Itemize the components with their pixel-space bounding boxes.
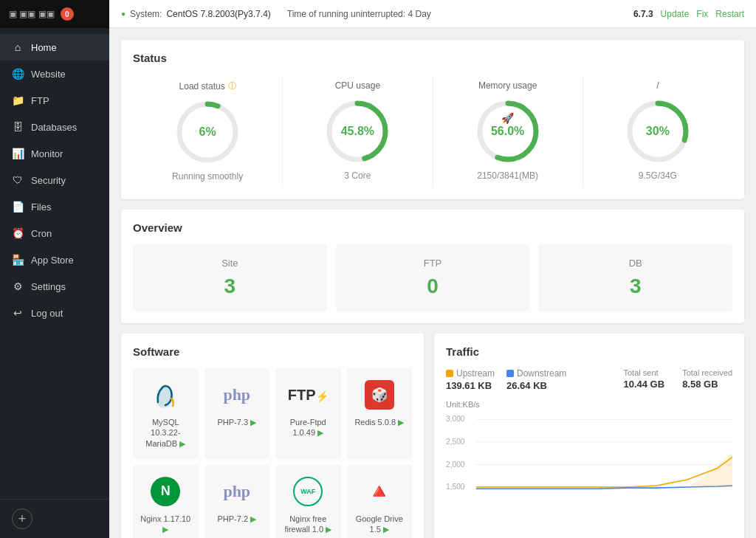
software-item-redis[interactable]: 🎲 Redis 5.0.8 ▶ xyxy=(347,368,413,459)
sidebar-label-settings: Settings xyxy=(31,281,66,292)
status-card: Status Load statusⓘ 6% Running smoothly … xyxy=(121,40,744,199)
fix-link[interactable]: Fix xyxy=(696,9,708,19)
version-number: 6.7.3 xyxy=(633,9,653,19)
software-item-mysql[interactable]: MySQL 10.3.22-MariaDB ▶ xyxy=(133,368,199,459)
software-name-gdrive: Google Drive 1.5 ▶ xyxy=(353,514,407,535)
software-card: Software MySQL 10.3.22-MariaDB ▶ php PHP… xyxy=(121,334,424,538)
waf-circle: WAF xyxy=(293,477,323,506)
overview-label-2: DB xyxy=(629,258,642,269)
software-name-php72: PHP-7.2 ▶ xyxy=(217,514,256,524)
overview-item-db: DB 3 xyxy=(538,244,732,311)
traffic-totals: Total sent 10.44 GB Total received 8.58 … xyxy=(623,368,732,391)
software-item-ftpd[interactable]: FTP⚡ Pure-Ftpd 1.0.49 ▶ xyxy=(275,368,341,459)
software-icon-php73: php xyxy=(221,379,253,411)
overview-title: Overview xyxy=(133,221,732,234)
status-sub-0: Running smoothly xyxy=(172,171,243,182)
overview-grid: Site 3 FTP 0 DB 3 xyxy=(133,244,732,311)
sidebar-item-ftp[interactable]: 📁FTP xyxy=(0,87,109,114)
sidebar-item-settings[interactable]: ⚙Settings xyxy=(0,273,109,300)
home-icon: ⌂ xyxy=(12,41,24,53)
add-button[interactable]: + xyxy=(12,508,32,529)
sidebar-item-website[interactable]: 🌐Website xyxy=(0,61,109,87)
overview-label-0: Site xyxy=(221,258,238,269)
traffic-svg: 3,000 2,500 2,000 1,500 xyxy=(446,412,732,510)
status-grid: Load statusⓘ 6% Running smoothly CPU usa… xyxy=(133,75,732,187)
sidebar-item-appstore[interactable]: 🏪App Store xyxy=(0,246,109,273)
total-sent-label: Total sent xyxy=(623,368,664,377)
svg-text:2,000: 2,000 xyxy=(446,461,465,469)
software-item-waf[interactable]: WAF Nginx free firewall 1.0 ▶ xyxy=(275,465,341,538)
total-received-value: 8.58 GB xyxy=(682,379,732,390)
status-sub-2: 2150/3841(MB) xyxy=(477,170,538,181)
sidebar-label-logout: Log out xyxy=(31,308,63,319)
svg-text:3,000: 3,000 xyxy=(446,415,465,423)
total-received-label: Total received xyxy=(682,368,732,377)
help-icon[interactable]: ⓘ xyxy=(228,80,236,92)
software-icon-php72: php xyxy=(221,475,253,508)
upstream-fill xyxy=(687,453,732,487)
overview-value-0: 3 xyxy=(224,275,236,298)
content-area: Status Load statusⓘ 6% Running smoothly … xyxy=(109,28,756,538)
system-dot: ● xyxy=(121,10,126,18)
topbar-right: 6.7.3 Update Fix Restart xyxy=(633,9,744,19)
total-sent: Total sent 10.44 GB xyxy=(623,368,664,391)
settings-icon: ⚙ xyxy=(12,280,24,292)
software-icon-redis: 🎲 xyxy=(363,379,396,411)
appstore-icon: 🏪 xyxy=(12,254,24,266)
software-item-php73[interactable]: php PHP-7.3 ▶ xyxy=(205,368,270,459)
sidebar-label-home: Home xyxy=(31,42,57,53)
overview-value-2: 3 xyxy=(630,275,642,298)
sidebar-item-logout[interactable]: ↩Log out xyxy=(0,300,109,326)
software-icon-mysql xyxy=(149,379,182,411)
upstream-line xyxy=(476,457,732,487)
overview-item-ftp: FTP 0 xyxy=(336,244,530,311)
software-icon-nginx: N xyxy=(149,475,182,508)
redis-box: 🎲 xyxy=(365,380,394,410)
upstream-label: Upstream xyxy=(456,368,495,379)
sidebar-item-cron[interactable]: ⏰Cron xyxy=(0,220,109,246)
sidebar-item-home[interactable]: ⌂Home xyxy=(0,34,109,61)
gauge-value-2: 56.0% xyxy=(491,125,524,138)
gauge-1: 45.8% xyxy=(324,98,391,165)
status-label-0: Load statusⓘ xyxy=(179,80,236,92)
software-name-nginx: Nginx 1.17.10 ▶ xyxy=(139,514,193,535)
software-name-php73: PHP-7.3 ▶ xyxy=(217,417,256,427)
gauge-value-3: 30% xyxy=(646,125,670,138)
gauge-3: 30% xyxy=(625,98,691,165)
downstream-label: Downstream xyxy=(517,368,566,379)
update-link[interactable]: Update xyxy=(661,9,690,19)
software-item-gdrive[interactable]: 🔺 Google Drive 1.5 ▶ xyxy=(347,465,413,538)
overview-card: Overview Site 3 FTP 0 DB 3 xyxy=(121,210,744,323)
sidebar-label-monitor: Monitor xyxy=(31,148,63,159)
software-icon-ftpd: FTP⚡ xyxy=(292,379,324,411)
upstream-value: 139.61 KB xyxy=(446,380,495,391)
software-name-mysql: MySQL 10.3.22-MariaDB ▶ xyxy=(139,417,193,449)
svg-text:1,500: 1,500 xyxy=(446,483,465,491)
nginx-circle: N xyxy=(151,477,180,506)
sidebar-item-databases[interactable]: 🗄Databases xyxy=(0,114,109,140)
sidebar-nav: ⌂Home🌐Website📁FTP🗄Databases📊Monitor🛡Secu… xyxy=(0,28,109,499)
sidebar-item-files[interactable]: 📄Files xyxy=(0,193,109,220)
php-text: php xyxy=(223,482,250,501)
restart-link[interactable]: Restart xyxy=(715,9,744,19)
downstream-stat: Downstream 26.64 KB xyxy=(506,368,566,391)
software-item-nginx[interactable]: N Nginx 1.17.10 ▶ xyxy=(133,465,199,538)
status-sub-1: 3 Core xyxy=(344,170,371,181)
sidebar-footer: + xyxy=(0,499,109,538)
status-item-2: Memory usage 🚀 56.0% 2150/3841(MB) xyxy=(433,75,583,187)
total-sent-value: 10.44 GB xyxy=(623,379,664,390)
sidebar-label-files: Files xyxy=(31,201,51,213)
software-item-php72[interactable]: php PHP-7.2 ▶ xyxy=(205,465,270,538)
sidebar-item-monitor[interactable]: 📊Monitor xyxy=(0,140,109,167)
software-name-ftpd: Pure-Ftpd 1.0.49 ▶ xyxy=(281,417,335,438)
software-name-redis: Redis 5.0.8 ▶ xyxy=(354,417,404,427)
system-value: CentOS 7.8.2003(Py3.7.4) xyxy=(166,9,270,19)
php-text: php xyxy=(223,385,250,404)
rocket-icon: 🚀 xyxy=(501,112,514,124)
downstream-value: 26.64 KB xyxy=(506,380,566,391)
sidebar-label-databases: Databases xyxy=(31,122,77,133)
sidebar-label-cron: Cron xyxy=(31,228,52,239)
sidebar-item-security[interactable]: 🛡Security xyxy=(0,167,109,193)
upstream-stat: Upstream 139.61 KB xyxy=(446,368,495,391)
software-name-waf: Nginx free firewall 1.0 ▶ xyxy=(281,514,335,535)
